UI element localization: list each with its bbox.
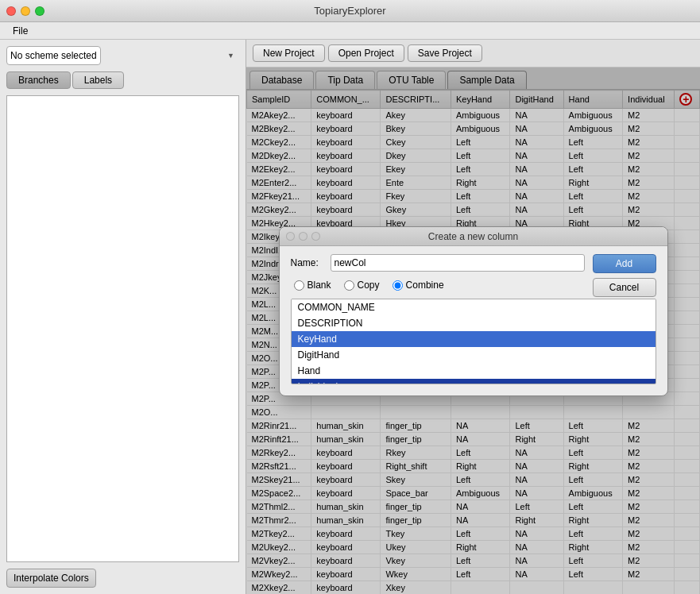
scheme-dropdown[interactable]: No scheme selected (6, 46, 101, 65)
column-list[interactable]: COMMON_NAMEDESCRIPTIONKeyHandDigitHandHa… (291, 299, 656, 384)
labels-tab[interactable]: Labels (72, 71, 124, 89)
title-bar: TopiaryExplorer (0, 0, 700, 22)
open-project-button[interactable]: Open Project (328, 44, 404, 62)
column-list-item[interactable]: KeyHand (292, 331, 656, 347)
modal-close-button[interactable] (286, 232, 295, 241)
blank-option[interactable]: Blank (294, 280, 331, 291)
branch-label-tabs: Branches Labels (6, 71, 239, 89)
main-area: No scheme selected Branches Labels Inter… (0, 40, 700, 594)
right-panel-inner: Database Tip Data OTU Table Sample Data (246, 68, 700, 594)
name-row: Name: (291, 254, 585, 272)
copy-option[interactable]: Copy (344, 280, 380, 291)
scheme-select-wrapper: No scheme selected (6, 46, 239, 65)
app-title: TopiaryExplorer (314, 5, 385, 17)
toolbar: New Project Open Project Save Project (246, 40, 700, 68)
create-column-modal: Create a new column Name: (279, 226, 668, 396)
copy-radio[interactable] (344, 280, 354, 291)
modal-actions: Add Cancel (593, 254, 656, 297)
column-list-item[interactable]: DigitHand (292, 347, 656, 363)
modal-window-controls (286, 232, 320, 241)
radio-row: Blank Copy Combine (291, 280, 585, 291)
column-list-item[interactable]: Hand (292, 363, 656, 379)
tree-area (6, 95, 239, 562)
menu-file[interactable]: File (6, 24, 34, 38)
close-button[interactable] (6, 6, 16, 16)
add-button[interactable]: Add (593, 254, 656, 273)
left-panel: No scheme selected Branches Labels Inter… (0, 40, 246, 594)
modal-min-button[interactable] (299, 232, 307, 241)
blank-radio[interactable] (294, 280, 304, 291)
modal-max-button[interactable] (311, 232, 320, 241)
window-controls (6, 6, 44, 16)
interpolate-colors-button[interactable]: Interpolate Colors (6, 569, 96, 588)
combine-option[interactable]: Combine (393, 280, 444, 291)
name-label: Name: (291, 257, 326, 268)
menu-bar: File (0, 22, 700, 40)
scheme-selector: No scheme selected (6, 46, 239, 65)
modal-overlay: Create a new column Name: (246, 68, 700, 594)
column-list-item[interactable]: DESCRIPTION (292, 315, 656, 331)
new-project-button[interactable]: New Project (253, 44, 325, 62)
cancel-button[interactable]: Cancel (593, 278, 656, 297)
minimize-button[interactable] (21, 6, 30, 16)
modal-title: Create a new column (428, 231, 518, 242)
combine-radio[interactable] (393, 280, 403, 291)
column-list-item[interactable]: COMMON_NAME (292, 299, 656, 315)
column-list-container: COMMON_NAMEDESCRIPTIONKeyHandDigitHandHa… (291, 299, 656, 388)
name-input[interactable] (331, 254, 585, 272)
column-list-item[interactable]: Individual (292, 379, 656, 384)
modal-body: Name: Blank (280, 246, 667, 395)
maximize-button[interactable] (35, 6, 44, 16)
save-project-button[interactable]: Save Project (408, 44, 482, 62)
branches-tab[interactable]: Branches (6, 71, 71, 89)
modal-top-row: Name: Blank (291, 254, 656, 299)
modal-title-bar: Create a new column (280, 227, 667, 246)
right-panel: New Project Open Project Save Project Da… (246, 40, 700, 594)
